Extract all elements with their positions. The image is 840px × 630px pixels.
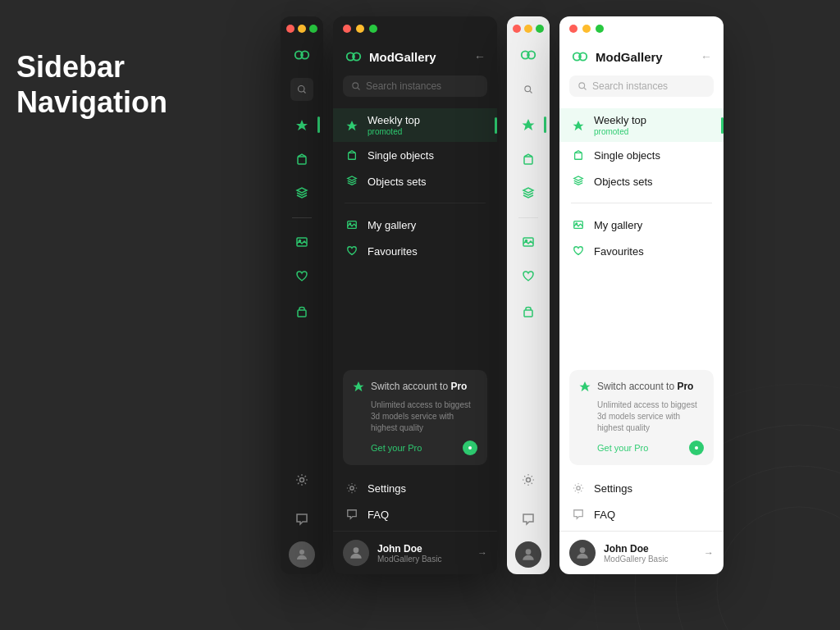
panels-container: ModGallery ← Search instances We (180, 16, 824, 574)
nav-icon-weekly-top-4 (571, 118, 586, 133)
svg-point-26 (354, 547, 359, 553)
pro-card-title-2: Switch account to Pro (371, 380, 467, 394)
nav-label-faq-2: FAQ (368, 509, 389, 521)
nav-faq-4[interactable]: FAQ (559, 501, 724, 527)
nav-text-weekly-top-4: Weekly top promoted (594, 114, 646, 136)
nav-icon-objects-sets-4 (571, 174, 586, 189)
collapsed-logo-3[interactable] (519, 46, 537, 68)
traffic-lights-4 (559, 16, 724, 39)
nav-icon-my-gallery-2 (345, 217, 359, 232)
svg-point-25 (350, 486, 354, 490)
nav-favourites-4[interactable]: Favourites (559, 238, 724, 264)
nav-icon-weekly-top-3[interactable] (514, 110, 543, 139)
svg-rect-21 (349, 153, 356, 159)
nav-icon-layers-1[interactable] (287, 179, 317, 208)
light-expanded-panel: ModGallery ← Search instances We (559, 16, 724, 574)
search-button-3[interactable] (517, 78, 540, 101)
pro-dot-4[interactable] (689, 441, 704, 455)
bottom-icons-1 (287, 463, 317, 568)
pro-cta-2[interactable]: Get your Pro (371, 443, 422, 453)
user-footer-4: John Doe ModGallery Basic → (559, 531, 724, 574)
app-logo-4[interactable]: ModGallery (571, 48, 663, 66)
nav-weekly-top-2[interactable]: Weekly top promoted (333, 108, 497, 142)
spacer-2 (333, 267, 497, 363)
nav-icon-settings-4 (571, 481, 586, 495)
light-collapsed-panel (507, 16, 550, 574)
nav-favourites-2[interactable]: Favourites (333, 238, 497, 264)
nav-icon-cube-3[interactable] (514, 144, 543, 174)
tl-green-3 (536, 25, 544, 33)
divider-1 (292, 217, 312, 218)
traffic-lights-3 (513, 16, 544, 39)
nav-icon-lock-3[interactable] (514, 296, 543, 326)
secondary-nav-2: My gallery Favourites (333, 208, 497, 267)
main-nav-4: Weekly top promoted Single objects Objec… (559, 105, 724, 198)
collapse-button-4[interactable]: ← (701, 50, 712, 63)
nav-icon-heart-3[interactable] (514, 262, 543, 291)
logout-button-4[interactable]: → (704, 547, 714, 559)
nav-my-gallery-4[interactable]: My gallery (559, 212, 724, 238)
nav-icon-heart-1[interactable] (287, 262, 317, 291)
spacer-4 (559, 267, 724, 363)
svg-point-35 (527, 478, 531, 482)
nav-divider-2 (345, 203, 486, 203)
nav-icon-weekly-top-1[interactable] (287, 110, 317, 139)
nav-weekly-top-4[interactable]: Weekly top promoted (559, 108, 724, 142)
chat-icon-1[interactable] (287, 504, 317, 534)
nav-icon-weekly-top-2 (345, 118, 359, 133)
tl-yellow-3 (524, 25, 532, 33)
search-icon-4 (578, 81, 587, 91)
nav-single-objects-4[interactable]: Single objects (559, 142, 724, 168)
svg-point-16 (299, 550, 304, 555)
traffic-lights-2 (333, 16, 497, 39)
svg-rect-11 (298, 157, 306, 164)
svg-line-20 (358, 88, 359, 89)
search-button-1[interactable] (290, 78, 313, 101)
tl-yellow-1 (298, 25, 306, 33)
dark-expanded-panel: ModGallery ← Search instances We (333, 16, 497, 574)
nav-label-single-objects-4: Single objects (594, 149, 660, 162)
nav-icon-favourites-4 (571, 244, 586, 258)
nav-icon-gallery-3[interactable] (514, 227, 543, 257)
svg-line-40 (584, 88, 586, 89)
svg-point-15 (300, 478, 304, 482)
chat-icon-3[interactable] (514, 504, 543, 534)
collapsed-logo-1[interactable] (293, 46, 311, 68)
divider-3 (518, 217, 538, 218)
nav-my-gallery-2[interactable]: My gallery (333, 212, 497, 238)
nav-objects-sets-4[interactable]: Objects sets (559, 168, 724, 194)
app-logo-2[interactable]: ModGallery (345, 48, 436, 66)
tl-red-2 (343, 25, 351, 33)
nav-icon-gallery-1[interactable] (287, 227, 317, 257)
pro-dot-2[interactable] (463, 441, 477, 455)
pro-card-icon-4 (579, 381, 591, 395)
user-avatar-1[interactable] (289, 541, 315, 568)
user-name-2: John Doe (377, 543, 469, 555)
logout-button-2[interactable]: → (477, 547, 487, 559)
user-avatar-2 (343, 540, 369, 566)
nav-single-objects-2[interactable]: Single objects (333, 142, 497, 168)
nav-settings-4[interactable]: Settings (559, 475, 724, 501)
nav-icon-my-gallery-4 (571, 217, 586, 232)
search-bar-4[interactable]: Search instances (569, 75, 714, 97)
svg-rect-31 (524, 157, 532, 164)
nav-objects-sets-2[interactable]: Objects sets (333, 168, 497, 194)
nav-icon-layers-3[interactable] (514, 179, 543, 208)
pro-cta-4[interactable]: Get your Pro (597, 443, 648, 453)
nav-icon-lock-1[interactable] (287, 296, 317, 326)
user-avatar-3[interactable] (515, 541, 541, 568)
search-bar-2[interactable]: Search instances (343, 75, 487, 97)
traffic-lights-1 (286, 16, 317, 39)
settings-icon-3[interactable] (514, 465, 543, 495)
settings-icon-1[interactable] (287, 465, 317, 495)
nav-icon-objects-sets-2 (345, 174, 359, 189)
user-footer-2: John Doe ModGallery Basic → (333, 531, 497, 574)
svg-point-44 (695, 446, 698, 450)
nav-faq-2[interactable]: FAQ (333, 501, 497, 527)
pro-card-desc-2: Unlimited access to biggest 3d models se… (371, 399, 477, 434)
nav-icon-cube-1[interactable] (287, 144, 317, 174)
tl-red-4 (569, 25, 578, 33)
nav-settings-2[interactable]: Settings (333, 475, 497, 501)
collapse-button-2[interactable]: ← (474, 50, 486, 63)
app-name-4: ModGallery (596, 50, 663, 64)
